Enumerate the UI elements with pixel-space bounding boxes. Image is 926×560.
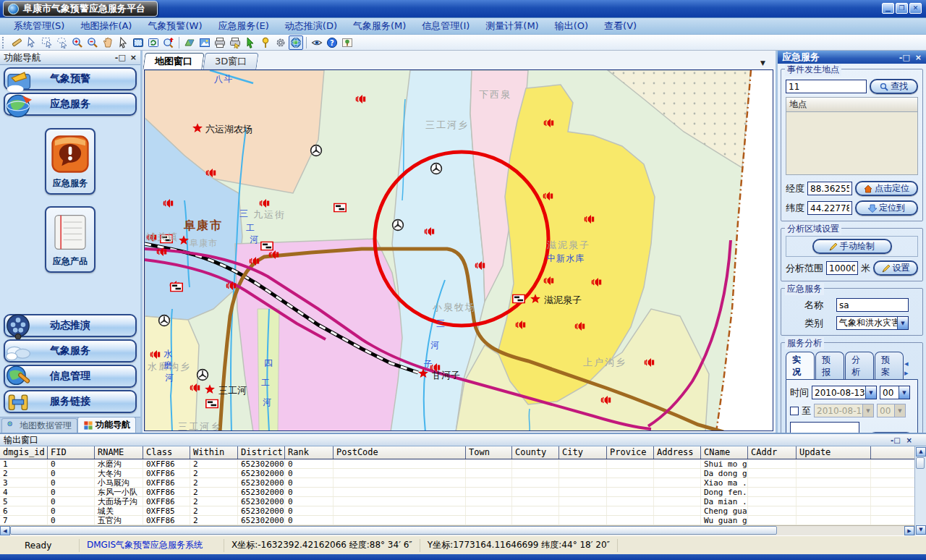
select-cursor-icon[interactable] bbox=[25, 35, 39, 50]
menu-item-测量计算[interactable]: 测量计算(M) bbox=[477, 17, 546, 35]
full-extent-icon[interactable] bbox=[131, 35, 145, 50]
ruler-icon[interactable] bbox=[9, 35, 24, 50]
toolbar-grip[interactable] bbox=[2, 37, 6, 48]
marquee-select-icon[interactable] bbox=[40, 35, 54, 50]
column-header-Address[interactable]: Address bbox=[654, 446, 701, 459]
nav-button-气象服务[interactable]: 气象服务 bbox=[4, 339, 137, 362]
vscroll-thumb[interactable] bbox=[916, 457, 925, 469]
place-list-header[interactable]: 地点 bbox=[786, 97, 918, 111]
column-header-Provice[interactable]: Provice bbox=[607, 446, 654, 459]
column-header-City[interactable]: City bbox=[559, 446, 607, 459]
menu-item-气象预警[interactable]: 气象预警(W) bbox=[140, 17, 210, 35]
analysis-tab-分析[interactable]: 分析 bbox=[845, 352, 874, 379]
hscroll-thumb[interactable] bbox=[10, 526, 777, 535]
to-checkbox[interactable] bbox=[790, 407, 799, 415]
menu-item-动态推演[interactable]: 动态推演(D) bbox=[277, 17, 345, 35]
settings-gear-icon[interactable] bbox=[273, 35, 288, 50]
layers-icon[interactable] bbox=[182, 35, 197, 50]
location-pin-icon[interactable] bbox=[258, 35, 273, 50]
manual-draw-button[interactable]: 手动绘制 bbox=[812, 239, 892, 254]
export-image-icon[interactable] bbox=[197, 35, 212, 50]
menu-item-气象服务[interactable]: 气象服务(M) bbox=[345, 17, 414, 35]
column-header-Update[interactable]: Update bbox=[797, 446, 871, 459]
right-panel-pin-icon[interactable]: -□ bbox=[899, 53, 910, 62]
table-row[interactable]: 30小马厩沟0XFF8626523020000Xiao ma ... bbox=[0, 478, 914, 488]
output-pin-icon[interactable]: -□ bbox=[891, 436, 901, 444]
print-icon[interactable] bbox=[213, 35, 227, 50]
analysis-tab-scroll-icons[interactable]: ◂ ▸ bbox=[904, 359, 918, 379]
find-button[interactable]: 查找 bbox=[870, 79, 918, 94]
element-combo[interactable] bbox=[790, 422, 859, 433]
click-locate-button[interactable]: 点击定位 bbox=[855, 181, 918, 196]
service-type-combo[interactable]: 气象和洪水灾害 ▼ bbox=[836, 316, 909, 330]
range-input[interactable] bbox=[826, 261, 858, 275]
scroll-left-icon[interactable]: ◀ bbox=[0, 526, 10, 535]
table-row[interactable]: 40东风一小队0XFF8626523020000Dong fen... bbox=[0, 488, 914, 497]
nav-button-动态推演[interactable]: 动态推演 bbox=[4, 314, 137, 337]
analysis-tab-实况[interactable]: 实况 bbox=[786, 352, 815, 379]
refresh-icon[interactable] bbox=[146, 35, 161, 50]
column-header-County[interactable]: County bbox=[512, 446, 559, 459]
map-canvas[interactable]: 六运湖农场滋泥泉子甘河子三工河阜康市阜康市三工河乡下西泉九运街城关镇水磨沟乡滋泥… bbox=[144, 69, 773, 431]
location-search-input[interactable] bbox=[786, 80, 867, 93]
left-panel-pin-icon[interactable]: -□ bbox=[115, 53, 126, 62]
column-header-dmgis_id[interactable]: dmgis_id bbox=[0, 446, 48, 459]
column-header-CAddr[interactable]: CAddr bbox=[748, 446, 797, 459]
nav-button-服务链接[interactable]: 服务链接 bbox=[4, 390, 137, 413]
nav-button-信息管理[interactable]: 信息管理 bbox=[4, 365, 137, 388]
map-tabstrip-dropdown-icon[interactable]: ▼ bbox=[755, 56, 771, 69]
hour-combo[interactable]: 00 ▼ bbox=[880, 386, 910, 399]
table-row[interactable]: 60城关0XFF8526523020000Cheng guan bbox=[0, 506, 914, 516]
menu-item-查看[interactable]: 查看(V) bbox=[596, 17, 645, 35]
chevron-down-icon[interactable]: ▼ bbox=[865, 386, 876, 399]
shortcut-应急产品[interactable]: 应急产品 bbox=[45, 206, 95, 273]
map-tab-3D窗口[interactable]: 3D窗口 bbox=[203, 53, 259, 69]
analysis-tab-预报[interactable]: 预报 bbox=[815, 352, 844, 379]
globe-icon[interactable] bbox=[289, 35, 303, 50]
left-panel-close-icon[interactable]: × bbox=[130, 53, 137, 62]
minimize-button[interactable]: ▁ bbox=[882, 3, 894, 14]
lat-input[interactable] bbox=[807, 201, 852, 215]
table-row[interactable]: 20大冬沟0XFF8626523020000Da dong gou bbox=[0, 469, 914, 478]
left-panel-tab-地图数据管理[interactable]: 地图数据管理 bbox=[1, 418, 77, 433]
locate-to-button[interactable]: 定位到 bbox=[855, 200, 918, 216]
pointer-icon[interactable] bbox=[116, 35, 130, 50]
table-row[interactable]: 10水磨沟0XFF8626523020000Shui mo gou bbox=[0, 459, 914, 469]
zoom-scale-icon[interactable] bbox=[161, 35, 176, 50]
right-panel-close-icon[interactable]: × bbox=[915, 53, 922, 62]
column-header-Within[interactable]: Within bbox=[190, 446, 238, 459]
table-row[interactable]: 70五官沟0XFF8626523020000Wu guan gou bbox=[0, 516, 914, 525]
lng-input[interactable] bbox=[807, 182, 852, 195]
menu-item-应急服务[interactable]: 应急服务(E) bbox=[210, 17, 276, 35]
column-header-RNAME[interactable]: RNAME bbox=[95, 446, 143, 459]
shortcut-应急服务[interactable]: 应急服务 bbox=[45, 128, 95, 195]
column-header-FID[interactable]: FID bbox=[48, 446, 95, 459]
analysis-tab-预案[interactable]: 预案 bbox=[875, 352, 904, 379]
scroll-right-icon[interactable]: ▶ bbox=[904, 526, 914, 535]
nav-button-应急服务[interactable]: 应急服务 bbox=[4, 93, 137, 116]
green-pointer-icon[interactable] bbox=[243, 35, 258, 50]
zoom-in-icon[interactable] bbox=[70, 35, 85, 50]
pan-hand-icon[interactable] bbox=[101, 35, 115, 50]
column-header-Rank[interactable]: Rank bbox=[285, 446, 334, 459]
output-vscrollbar[interactable]: ▲ ▼ bbox=[914, 446, 926, 535]
tree-image-icon[interactable] bbox=[340, 35, 354, 50]
column-header-PostCode[interactable]: PostCode bbox=[334, 446, 466, 459]
chevron-down-icon[interactable]: ▼ bbox=[897, 317, 908, 329]
set-range-button[interactable]: 设置 bbox=[873, 260, 918, 276]
chevron-down-icon[interactable]: ▼ bbox=[899, 386, 909, 399]
print-preview-icon[interactable] bbox=[228, 35, 242, 50]
nav-button-气象预警[interactable]: 气象预警 bbox=[4, 67, 137, 90]
help-icon[interactable]: ? bbox=[325, 35, 339, 50]
restore-button[interactable]: ❐ bbox=[896, 3, 908, 14]
date-combo[interactable]: 2010-08-13 ▼ bbox=[812, 386, 877, 399]
service-name-input[interactable] bbox=[836, 298, 909, 312]
eye-icon[interactable] bbox=[310, 35, 324, 50]
place-list[interactable] bbox=[786, 111, 918, 175]
output-close-icon[interactable]: × bbox=[906, 436, 912, 444]
zoom-out-icon[interactable] bbox=[85, 35, 100, 50]
scroll-down-icon[interactable]: ▼ bbox=[916, 525, 926, 535]
column-header-CName[interactable]: CName bbox=[701, 446, 748, 459]
left-panel-tab-功能导航[interactable]: 功能导航 bbox=[77, 417, 136, 433]
scroll-up-icon[interactable]: ▲ bbox=[916, 447, 926, 457]
